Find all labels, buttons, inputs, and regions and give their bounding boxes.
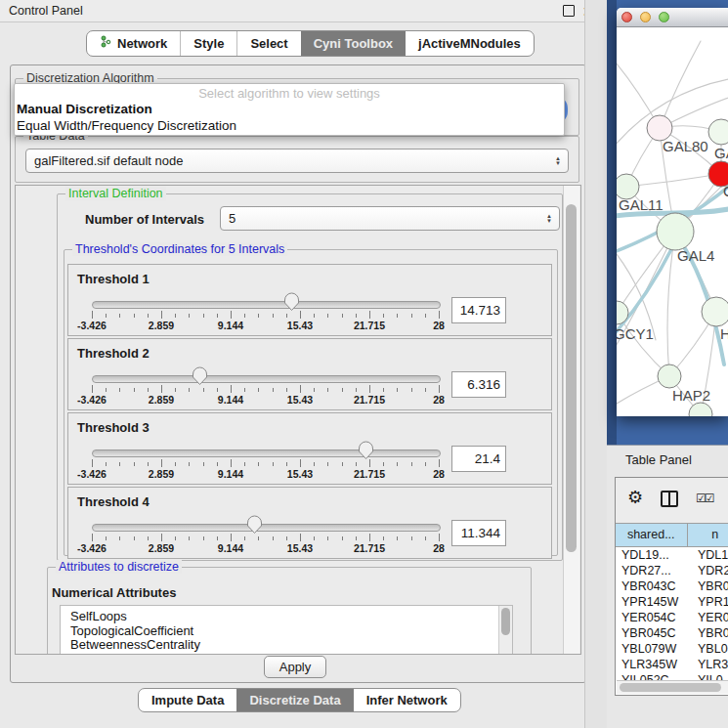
close-button[interactable] [621, 12, 632, 22]
tab-style[interactable]: Style [180, 31, 236, 56]
tab-label: Infer Network [366, 689, 448, 711]
tick-mark [439, 459, 440, 467]
table-row[interactable]: YDL19...YDL1 [616, 547, 728, 563]
threshold-slider-thumb[interactable] [192, 366, 208, 386]
table-data-combobox[interactable]: galFiltered.sif default node ▲▼ [25, 149, 569, 173]
number-of-intervals-combobox[interactable]: 5 ▲▼ [220, 206, 560, 231]
tick-mark [217, 536, 218, 540]
threshold-slider-track[interactable] [92, 375, 441, 383]
spinner-arrows-icon[interactable]: ▲▼ [555, 150, 561, 172]
option-manual-discretization[interactable]: Manual Discretization [15, 102, 564, 118]
tick-mark [258, 314, 259, 318]
slider-ticks [92, 534, 439, 541]
option-equal-width-frequency-discretization[interactable]: Equal Width/Frequency Discretization [15, 118, 564, 135]
tick-mark [383, 314, 384, 318]
slider-tick-labels: -3.4262.8599.14415.4321.71528 [92, 542, 439, 554]
table-toolbar: ⚙ ☑☑ [616, 478, 728, 523]
table-row[interactable]: YER054CYER0 [616, 610, 728, 625]
threshold-value-input[interactable]: 11.344 [451, 520, 506, 546]
attribute-selfloops[interactable]: SelfLoops [61, 606, 512, 624]
threshold-slider-track[interactable] [92, 301, 441, 309]
tab-cyni-toolbox[interactable]: Cyni Toolbox [301, 31, 406, 56]
threshold-value-input[interactable]: 14.713 [451, 297, 506, 323]
threshold-slider-thumb[interactable] [358, 441, 374, 460]
panel-scrollbar[interactable] [563, 186, 579, 654]
column-header-shared-name[interactable]: shared... [616, 524, 688, 546]
tab-discretize-data[interactable]: Discretize Data [236, 689, 353, 711]
table-row[interactable]: YBR045CYBR0 [616, 625, 728, 641]
spinner-arrows-icon[interactable]: ▲▼ [546, 207, 552, 230]
attribute-betweennesscentrality[interactable]: BetweennessCentrality [61, 638, 512, 653]
tick-mark [134, 462, 135, 466]
gear-icon[interactable]: ⚙ [627, 487, 643, 508]
tick-mark [106, 462, 107, 466]
tick-label: 28 [433, 542, 445, 554]
attributes-scrollbar-thumb[interactable] [501, 608, 510, 635]
tab-impute-data[interactable]: Impute Data [139, 689, 236, 711]
tick-mark [314, 536, 315, 540]
tick-mark [369, 534, 370, 541]
table-hscroll-thumb[interactable] [620, 683, 721, 692]
tick-mark [244, 536, 245, 540]
column-header-name[interactable]: n [688, 524, 728, 546]
table-row[interactable]: YBL079WYBL0 [616, 641, 728, 657]
tick-mark [314, 388, 315, 392]
attributes-group: Attributes to discretize Numerical Attri… [47, 567, 532, 655]
tab-jactivemnodules[interactable]: jActiveMNodules [406, 31, 534, 56]
float-window-icon[interactable] [563, 5, 575, 17]
network-edge[interactable] [660, 41, 701, 128]
threshold-value-input[interactable]: 6.316 [451, 371, 506, 398]
panel-divider[interactable] [584, 0, 608, 728]
network-window-titlebar[interactable] [617, 8, 728, 27]
table-row[interactable]: YBR043CYBR0 [616, 578, 728, 594]
tick-mark [148, 462, 149, 466]
table-horizontal-scrollbar[interactable] [617, 680, 728, 694]
thresholds-group-label: Threshold's Coordinates for 5 Intervals [72, 242, 287, 256]
threshold-value-input[interactable]: 21.4 [451, 446, 506, 472]
network-node[interactable] [657, 213, 694, 250]
cell-name: YDL1 [692, 547, 728, 563]
tab-network[interactable]: Network [87, 31, 180, 56]
threshold-slider-thumb[interactable] [246, 515, 263, 535]
network-node[interactable] [658, 364, 681, 388]
threshold-slider-thumb[interactable] [283, 292, 300, 312]
network-node[interactable] [708, 119, 728, 145]
interval-definition-label: Interval Definition [65, 187, 166, 200]
cell-name: YER0 [692, 610, 728, 625]
tab-infer-network[interactable]: Infer Network [354, 689, 460, 711]
threshold-label: Threshold 1 [77, 272, 150, 286]
attributes-scrollbar[interactable] [498, 606, 512, 655]
numerical-attributes-list[interactable]: SelfLoopsTopologicalCoefficientBetweenne… [60, 605, 513, 655]
zoom-button[interactable] [659, 12, 669, 22]
attribute-topologicalcoefficient[interactable]: TopologicalCoefficient [61, 624, 512, 639]
dropdown-hint: Select algorithm to view settings [15, 84, 564, 102]
tick-mark [175, 462, 176, 466]
tick-label: 9.144 [218, 394, 243, 406]
split-columns-icon[interactable] [661, 491, 678, 507]
threshold-slider-track[interactable] [92, 450, 441, 457]
tick-label: 28 [433, 320, 445, 331]
tick-mark [397, 462, 398, 466]
table-row[interactable]: YPR145WYPR1 [616, 594, 728, 610]
threshold-label: Threshold 2 [77, 346, 150, 361]
network-node[interactable] [702, 297, 728, 326]
tab-label: Impute Data [151, 689, 224, 711]
network-edge[interactable] [626, 174, 721, 187]
table-row[interactable]: YDR27...YDR2 [616, 563, 728, 578]
network-canvas[interactable]: GAL80GACGAL11GAL4GCY1HHAP2 [617, 27, 728, 416]
tick-label: 21.715 [354, 542, 385, 554]
threshold-slider-track[interactable] [92, 524, 441, 532]
tick-mark [327, 388, 328, 392]
checkbox-icons[interactable]: ☑☑ [696, 492, 713, 505]
tick-mark [217, 314, 218, 318]
panel-scrollbar-thumb[interactable] [566, 204, 577, 552]
apply-button[interactable]: Apply [264, 656, 326, 678]
table-row[interactable]: YLR345WYLR3 [616, 657, 728, 672]
tick-mark [439, 534, 440, 541]
minimize-button[interactable] [640, 12, 651, 22]
network-graph[interactable]: GAL80GACGAL11GAL4GCY1HHAP2 [617, 27, 728, 416]
panel-title: Control Panel [9, 0, 83, 21]
tab-select[interactable]: Select [236, 31, 300, 56]
tick-mark [425, 536, 426, 540]
tick-mark [383, 462, 384, 466]
